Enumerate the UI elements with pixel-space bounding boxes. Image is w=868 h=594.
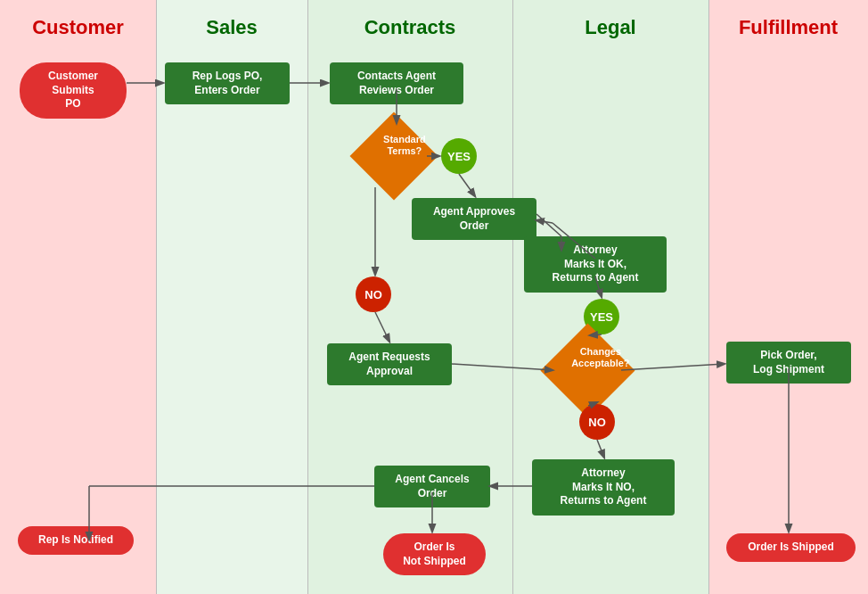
node-attorney-no: AttorneyMarks It NO,Returns to Agent [532,459,675,516]
node-rep-notified: Rep Is Notified [18,526,134,555]
node-order-shipped: Order Is Shipped [726,533,856,562]
node-pick-order: Pick Order,Log Shipment [726,342,851,384]
node-order-not-shipped: Order IsNot Shipped [383,533,486,575]
lane-header-fulfillment: Fulfillment [708,7,868,48]
lane-header-customer: Customer [0,7,156,48]
node-no-1: NO [356,276,391,312]
node-no-2: NO [579,404,615,440]
node-agent-approves: Agent ApprovesOrder [412,198,536,240]
node-customer-submits: Customer SubmitsPO [20,62,127,119]
lane-header-contracts: Contracts [307,7,512,48]
node-agent-requests: Agent RequestsApproval [327,343,452,385]
lane-header-legal: Legal [512,7,708,48]
node-contacts-agent: Contacts AgentReviews Order [330,62,463,104]
node-attorney-ok: AttorneyMarks It OK,Returns to Agent [524,236,667,293]
lane-header-sales: Sales [156,7,307,48]
node-agent-cancels: Agent CancelsOrder [374,466,490,507]
node-yes-1: YES [441,138,477,174]
flowchart: Customer Sales Contracts Legal Fulfillme… [0,0,868,594]
node-rep-logs: Rep Logs PO,Enters Order [165,62,290,104]
